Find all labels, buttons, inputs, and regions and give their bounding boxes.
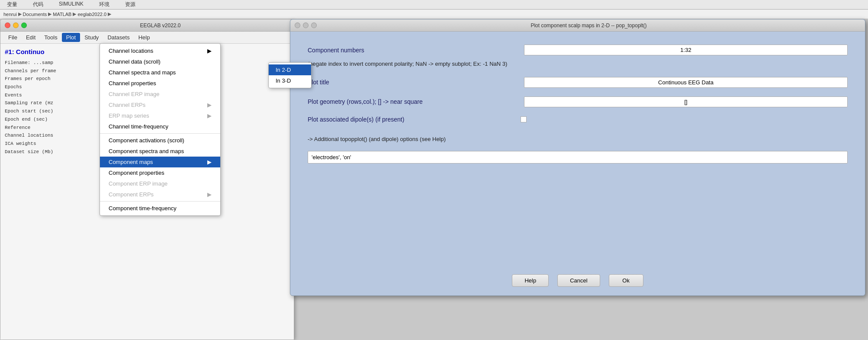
tab-huanjing[interactable]: 环境 xyxy=(96,0,113,9)
cancel-button[interactable]: Cancel xyxy=(557,274,600,287)
breadcrumb: henrui ▶ Documents ▶ MATLAB ▶ eeglab2022… xyxy=(0,10,868,19)
plot-title-label: Plot title xyxy=(308,79,515,86)
component-maps-submenu: In 2-D In 3-D xyxy=(268,62,312,88)
eeglab-titlebar: EEGLAB v2022.0 xyxy=(0,19,294,32)
menu-component-maps[interactable]: Component maps ▶ xyxy=(100,157,220,167)
submenu: In 2-D In 3-D xyxy=(268,62,312,88)
plot-geometry-label: Plot geometry (rows,col.); [] -> near sq… xyxy=(308,98,515,105)
separator-2 xyxy=(100,201,220,202)
arrow-icon: ▶ xyxy=(207,112,212,119)
menu-study[interactable]: Study xyxy=(80,33,103,42)
menu-channel-spectra[interactable]: Channel spectra and maps xyxy=(100,67,220,78)
menu-channel-properties[interactable]: Channel properties xyxy=(100,78,220,89)
top-tabs: 变量 代码 SIMULINK 环境 资源 xyxy=(3,0,139,9)
tab-bianliang[interactable]: 变量 xyxy=(3,0,21,9)
submenu-3d[interactable]: In 3-D xyxy=(269,75,311,86)
menu-component-properties[interactable]: Component properties xyxy=(100,167,220,178)
menu-component-erp-image: Component ERP image xyxy=(100,178,220,189)
menu-channel-erps: Channel ERPs ▶ xyxy=(100,99,220,110)
menu-component-erps: Component ERPs ▶ xyxy=(100,189,220,200)
dialog-body: Component numbers (negate index to inver… xyxy=(290,32,865,295)
menu-channel-erp-image: Channel ERP image xyxy=(100,89,220,99)
dialog-traffic-lights xyxy=(295,22,317,28)
top-menubar: 变量 代码 SIMULINK 环境 资源 xyxy=(0,0,868,10)
dipole-checkbox[interactable] xyxy=(521,116,527,122)
minimize-button[interactable] xyxy=(13,22,19,28)
pop-topoplt-dialog: Plot component scalp maps in 2-D -- pop_… xyxy=(290,19,865,296)
electrodes-row xyxy=(308,151,848,164)
plot-title-input[interactable] xyxy=(524,77,848,88)
menu-channel-time-freq[interactable]: Channel time-frequency xyxy=(100,121,220,132)
menu-component-activations[interactable]: Component activations (scroll) xyxy=(100,135,220,146)
dialog-max[interactable] xyxy=(311,22,317,28)
plot-dropdown: Channel locations ▶ Channel data (scroll… xyxy=(100,43,221,216)
dialog-title: Plot component scalp maps in 2-D -- pop_… xyxy=(317,22,861,29)
tab-simulink[interactable]: SIMULINK xyxy=(55,0,87,9)
breadcrumb-documents[interactable]: Documents xyxy=(23,12,47,17)
breadcrumb-eeglab[interactable]: eeglab2022.0 xyxy=(77,12,106,17)
arrow-icon: ▶ xyxy=(207,48,212,54)
dialog-buttons: Help Cancel Ok xyxy=(308,266,848,287)
component-numbers-label: Component numbers xyxy=(308,47,515,54)
arrow-icon: ▶ xyxy=(207,159,212,165)
separator-1 xyxy=(100,133,220,134)
dipole-label: Plot associated dipole(s) (if present) xyxy=(308,116,515,123)
traffic-lights xyxy=(5,22,27,28)
component-numbers-input[interactable] xyxy=(524,45,848,55)
maximize-button[interactable] xyxy=(21,22,27,28)
menu-tools[interactable]: Tools xyxy=(40,33,61,42)
menu-help[interactable]: Help xyxy=(134,33,154,42)
tab-daima[interactable]: 代码 xyxy=(29,0,47,9)
arrow-icon: ▶ xyxy=(207,191,212,198)
eeglab-title: EEGLAB v2022.0 xyxy=(31,22,289,29)
dialog-min[interactable] xyxy=(303,22,309,28)
submenu-2d[interactable]: In 2-D xyxy=(269,64,311,75)
ok-button[interactable]: Ok xyxy=(609,274,643,287)
plot-menu: Channel locations ▶ Channel data (scroll… xyxy=(100,43,221,216)
menu-channel-data-scroll[interactable]: Channel data (scroll) xyxy=(100,56,220,67)
menu-component-spectra[interactable]: Component spectra and maps xyxy=(100,146,220,157)
plot-geometry-row: Plot geometry (rows,col.); [] -> near sq… xyxy=(308,96,848,107)
plot-geometry-input[interactable] xyxy=(524,96,848,107)
dipole-row: Plot associated dipole(s) (if present) xyxy=(308,116,848,123)
additional-label: -> Additional topopplot() (and dipole) o… xyxy=(308,136,848,142)
arrow-icon: ▶ xyxy=(207,102,212,108)
tab-ziyuan[interactable]: 资源 xyxy=(122,0,139,9)
plot-title-row: Plot title xyxy=(308,77,848,88)
component-numbers-row: Component numbers xyxy=(308,45,848,55)
breadcrumb-henrui[interactable]: henrui xyxy=(3,12,17,17)
menu-erp-map-series: ERP map series ▶ xyxy=(100,110,220,121)
help-button[interactable]: Help xyxy=(512,274,549,287)
menu-plot[interactable]: Plot xyxy=(62,33,80,42)
eeglab-menubar: File Edit Tools Plot Study Datasets Help xyxy=(0,32,294,44)
menu-channel-locations[interactable]: Channel locations ▶ xyxy=(100,45,220,56)
menu-component-time-freq[interactable]: Component time-frequency xyxy=(100,203,220,214)
dialog-close[interactable] xyxy=(295,22,300,28)
component-numbers-hint: (negate index to invert component polari… xyxy=(308,60,848,68)
menu-edit[interactable]: Edit xyxy=(22,33,40,42)
breadcrumb-matlab[interactable]: MATLAB xyxy=(53,12,71,17)
menu-datasets[interactable]: Datasets xyxy=(103,33,134,42)
close-button[interactable] xyxy=(5,22,10,28)
electrodes-input[interactable] xyxy=(308,151,848,164)
menu-file[interactable]: File xyxy=(4,33,22,42)
dialog-titlebar: Plot component scalp maps in 2-D -- pop_… xyxy=(290,19,865,32)
